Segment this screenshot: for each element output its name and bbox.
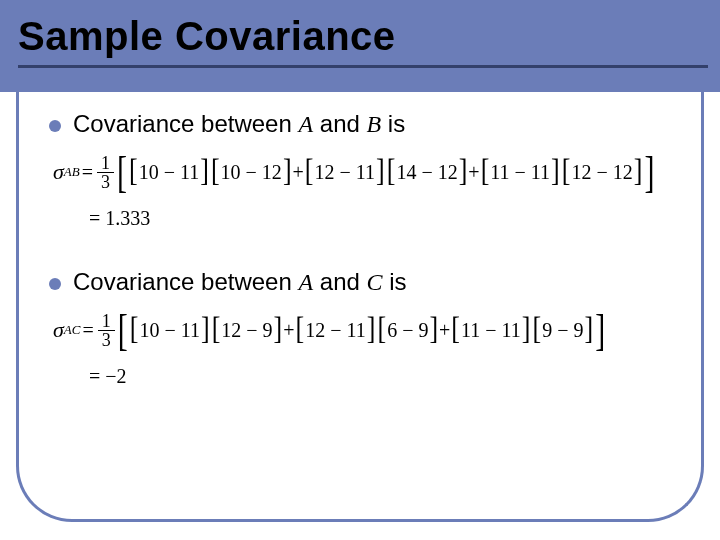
frac-ac-den: 3 (98, 331, 115, 349)
frac-ac: 1 3 (98, 312, 115, 349)
term-ac-3: [11 − 11][9 − 9] (450, 314, 594, 346)
bullet-2-post: is (383, 268, 407, 295)
frac-ac-num: 1 (98, 312, 115, 330)
content-area: Covariance between A and B is σAB = 1 3 … (19, 92, 701, 392)
frac-ab-num: 1 (97, 154, 114, 172)
bullet-icon (49, 120, 61, 132)
eq-sign: = (82, 314, 93, 346)
term-ac-1: [10 − 11][12 − 9] (129, 314, 284, 346)
bullet-1-text: Covariance between A and B is (73, 110, 405, 138)
var-A: A (298, 269, 313, 295)
sigma-ab: σ (53, 154, 64, 189)
bullet-1-post: is (381, 110, 405, 137)
formula-ac: σAC = 1 3 [ [10 − 11][12 − 9] + [12 − 11… (53, 306, 679, 392)
term-ab-3: [11 − 11][12 − 12] (480, 156, 644, 188)
frac-ab: 1 3 (97, 154, 114, 191)
title-underline (18, 65, 708, 68)
plus-2: + (468, 156, 479, 188)
var-C: C (367, 269, 383, 295)
bullet-icon (49, 278, 61, 290)
formula-ab: σAB = 1 3 [ [10 − 11][10 − 12] + [12 − 1… (53, 148, 679, 234)
outer-lbracket: [ (118, 294, 128, 366)
outer-rbracket: ] (595, 294, 605, 366)
sigma-ac: σ (53, 312, 64, 347)
eq-sign: = (82, 156, 93, 188)
bullet-2-pre: Covariance between (73, 268, 298, 295)
frac-ab-den: 3 (97, 173, 114, 191)
plus-1: + (283, 314, 294, 346)
plus-1: + (293, 156, 304, 188)
outer-rbracket: ] (644, 136, 654, 208)
sigma-ab-sub: AB (64, 162, 80, 183)
term-ac-2: [12 − 11][6 − 9] (295, 314, 440, 346)
content-panel: Covariance between A and B is σAB = 1 3 … (16, 92, 704, 522)
title-block: Sample Covariance (18, 14, 708, 68)
bullet-1-pre: Covariance between (73, 110, 298, 137)
outer-lbracket: [ (117, 136, 127, 208)
plus-2: + (439, 314, 450, 346)
formula-ac-line1: σAC = 1 3 [ [10 − 11][12 − 9] + [12 − 11… (53, 306, 679, 354)
formula-ab-result: = 1.333 (53, 202, 679, 234)
term-ab-1: [10 − 11][10 − 12] (128, 156, 293, 188)
term-ab-2: [12 − 11][14 − 12] (304, 156, 469, 188)
sigma-ac-sub: AC (64, 320, 81, 341)
bullet-1-mid: and (313, 110, 366, 137)
formula-ac-result: = −2 (53, 360, 679, 392)
bullet-1: Covariance between A and B is (49, 110, 679, 138)
formula-ab-line1: σAB = 1 3 [ [10 − 11][10 − 12] + [12 − 1… (53, 148, 679, 196)
slide-title: Sample Covariance (18, 14, 708, 59)
bullet-2: Covariance between A and C is (49, 268, 679, 296)
bullet-2-mid: and (313, 268, 366, 295)
var-B: B (367, 111, 382, 137)
var-A: A (298, 111, 313, 137)
bullet-2-text: Covariance between A and C is (73, 268, 407, 296)
